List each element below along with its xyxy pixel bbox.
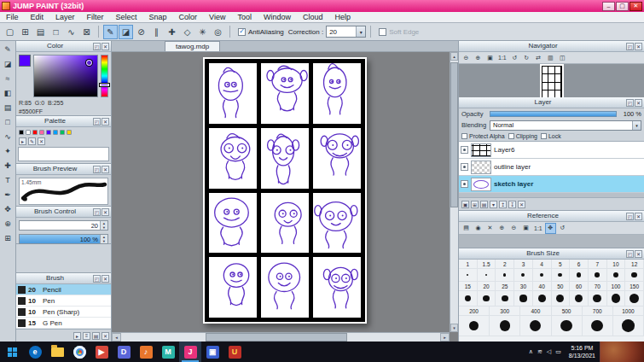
brush-size-dot[interactable]	[520, 316, 551, 336]
edit-color-icon[interactable]: ✎	[28, 137, 36, 145]
deselect-icon[interactable]: ⊠	[79, 25, 94, 39]
close-icon[interactable]: ✕	[635, 43, 642, 50]
hand-tool-icon[interactable]: ✥	[1, 202, 15, 216]
brush-size-option[interactable]: 20	[478, 282, 496, 291]
menu-help[interactable]: Help	[329, 12, 357, 23]
comic-panel[interactable]	[261, 128, 309, 189]
taskbar-medibang-icon[interactable]: M	[157, 342, 179, 362]
tray-expand-icon[interactable]: ∧	[529, 348, 533, 355]
undock-icon[interactable]: ◰	[93, 275, 101, 283]
close-icon[interactable]: ✕	[635, 250, 642, 258]
brush-size-dot[interactable]	[533, 291, 552, 307]
brush-size-option[interactable]: 10	[607, 260, 626, 269]
scroll-left-icon[interactable]: ◂	[112, 333, 121, 342]
brush-size-option[interactable]: 400	[520, 307, 551, 316]
close-icon[interactable]: ✕	[635, 99, 642, 107]
blending-dropdown[interactable]: Normal ▾	[490, 120, 641, 131]
brush-size-option[interactable]: 3	[514, 260, 533, 269]
menu-cloud[interactable]: Cloud	[297, 12, 329, 23]
saturation-square[interactable]	[33, 55, 98, 97]
vertical-scrollbar[interactable]: ▴ ▾	[450, 52, 458, 332]
actual-icon[interactable]: 1:1	[532, 223, 544, 234]
spin-down-icon[interactable]: ▾	[101, 239, 107, 243]
zoom-in-icon[interactable]: ⊕	[473, 52, 484, 63]
select-rect-icon[interactable]: □	[49, 25, 63, 39]
layer-row[interactable]: sketch layer	[459, 176, 644, 193]
comic-panel[interactable]	[261, 63, 309, 124]
brush-size-option[interactable]: 25	[496, 282, 514, 291]
snap-cross-icon[interactable]: ✚	[165, 25, 179, 39]
brush-size-option[interactable]: 2	[496, 260, 514, 269]
comic-panel[interactable]	[313, 257, 361, 318]
chevron-down-icon[interactable]: ▾	[632, 121, 641, 130]
lock-option[interactable]: Lock	[541, 133, 561, 139]
taskbar-media-icon[interactable]: ▶	[90, 342, 113, 362]
canvas-page[interactable]	[203, 57, 367, 324]
spin-down-icon[interactable]: ▾	[101, 225, 107, 230]
brush-size-dot[interactable]	[514, 269, 533, 282]
brush-size-dot[interactable]	[589, 269, 607, 282]
close-icon[interactable]: ✕	[635, 213, 642, 220]
menu-file[interactable]: File	[0, 12, 25, 23]
brush-size-dot[interactable]	[490, 316, 520, 336]
layer-row[interactable]: Layer6	[459, 142, 644, 159]
comic-panel[interactable]	[209, 257, 257, 318]
zoom-tool-icon[interactable]: ⊕	[1, 217, 15, 231]
taskbar-chrome-icon[interactable]	[68, 342, 90, 362]
move-layer-down-icon[interactable]: ↧	[508, 201, 516, 208]
panel-divide-tool-icon[interactable]: ⊞	[1, 231, 15, 245]
start-button[interactable]	[0, 342, 24, 362]
close-icon[interactable]: ✕	[102, 43, 109, 50]
hand-icon[interactable]: ✥	[545, 223, 556, 234]
scroll-right-icon[interactable]: ▸	[440, 333, 450, 342]
eyedropper-tool-icon[interactable]: ✒	[1, 188, 15, 201]
brush-opacity-slider[interactable]: 100 % ▴ ▾	[19, 234, 108, 244]
comic-guide-icon[interactable]: ⊞	[18, 25, 32, 39]
brush-size-dot[interactable]	[459, 291, 478, 307]
brush-size-dot[interactable]	[570, 291, 589, 307]
brush-size-spinner[interactable]: ▴ ▾	[100, 221, 107, 230]
brush-size-option[interactable]: 60	[570, 282, 589, 291]
menu-tool[interactable]: Tool	[231, 12, 258, 23]
brush-size-dot[interactable]	[625, 269, 644, 282]
hue-cursor[interactable]	[100, 84, 109, 86]
document-tab[interactable]: tawog.mdp	[165, 41, 220, 51]
menu-snap[interactable]: Snap	[143, 12, 173, 23]
move-layer-up-icon[interactable]: ↥	[499, 201, 507, 208]
zoom-in-icon[interactable]: ⊕	[496, 223, 508, 234]
brush-folder-icon[interactable]: ▤	[92, 332, 100, 340]
text-tool-icon[interactable]: T	[1, 173, 15, 187]
open-reference-icon[interactable]: ▤	[461, 223, 472, 234]
brush-tool-icon[interactable]: ✎	[1, 43, 15, 56]
select-lasso-icon[interactable]: ∿	[64, 25, 78, 39]
protect-alpha-checkbox[interactable]	[461, 133, 467, 139]
taskbar-explorer-icon[interactable]	[46, 342, 68, 362]
capture-icon[interactable]: ◉	[473, 223, 484, 234]
menu-view[interactable]: View	[203, 12, 231, 23]
brush-list-item[interactable]: 10Pen	[16, 295, 111, 307]
clipping-checkbox[interactable]	[508, 133, 514, 139]
brush-size-option[interactable]: 6	[570, 260, 589, 269]
brush-size-option[interactable]: 200	[459, 307, 490, 316]
brush-size-option[interactable]: 1000	[613, 307, 644, 316]
antialiasing-option[interactable]: ✓ AntiAliasing	[238, 28, 284, 36]
brush-size-dot[interactable]	[478, 269, 496, 282]
rotate-right-icon[interactable]: ↻	[521, 52, 532, 63]
menu-edit[interactable]: Edit	[25, 12, 50, 23]
undock-icon[interactable]: ◰	[626, 213, 634, 220]
palette-color-3[interactable]	[39, 130, 44, 135]
brush-size-dot[interactable]	[583, 316, 613, 336]
move-tool-icon[interactable]: ✚	[1, 159, 15, 172]
material-icon[interactable]: ▤	[33, 25, 48, 39]
palette-color-6[interactable]	[60, 130, 65, 135]
page-view-icon[interactable]: ◫	[557, 52, 568, 63]
brush-size-option[interactable]: 50	[552, 282, 571, 291]
undock-icon[interactable]: ◰	[626, 250, 634, 258]
taskbar-video-icon[interactable]: ▣	[201, 342, 223, 362]
canvas-viewport[interactable]: ▴ ▾ ◂ ▸	[112, 52, 458, 342]
brush-size-dot[interactable]	[496, 269, 514, 282]
fill-tool-icon[interactable]: ◧	[1, 86, 15, 100]
undock-icon[interactable]: ◰	[93, 43, 101, 50]
palette-color-0[interactable]	[19, 130, 24, 135]
close-button[interactable]: ✕	[629, 2, 642, 11]
